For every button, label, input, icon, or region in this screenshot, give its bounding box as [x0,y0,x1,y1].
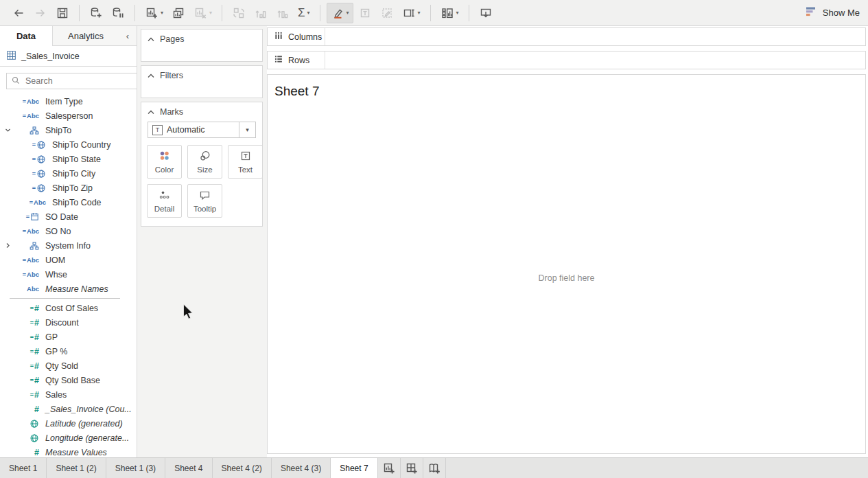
hash-icon: =# [14,390,39,400]
sheet-tab-sheet-4[interactable]: Sheet 4 [165,458,212,478]
pages-card[interactable]: Pages [141,29,263,62]
field-cost-of-sales[interactable]: =#Cost Of Sales [0,301,137,315]
datasource-icon [6,50,16,62]
field-gp[interactable]: =#GP [0,330,137,344]
rows-shelf-label: Rows [268,52,325,69]
toolbar-groups: ▾▾Σ▾▾▾▾ [8,3,496,23]
collapse-filters-icon[interactable] [148,71,154,80]
mark-type-caret-icon[interactable]: ▾ [239,122,255,137]
field-shipto[interactable]: ShipTo [0,123,137,137]
abc-icon: =Abc [14,227,39,235]
sheet-tab-sheet-4-3[interactable]: Sheet 4 (3) [272,458,331,478]
field-gp[interactable]: =#GP % [0,344,137,358]
sheet-tab-sheet-1-2[interactable]: Sheet 1 (2) [47,458,106,478]
field-discount[interactable]: =#Discount [0,315,137,330]
globe-icon [14,419,39,429]
tab-analytics[interactable]: Analytics [52,26,119,46]
sheet-tab-sheet-4-2[interactable]: Sheet 4 (2) [213,458,272,478]
field-qty-sold[interactable]: =#Qty Sold [0,358,137,373]
show-me-button[interactable]: Show Me [805,5,860,20]
presentation-mode-button[interactable] [476,3,496,23]
field-salesperson[interactable]: =AbcSalesperson [0,109,137,123]
rows-shelf-area[interactable] [325,52,865,69]
new-data-source-button[interactable] [86,3,106,23]
field-longitude-generate[interactable]: Longitude (generate... [0,431,137,445]
field-latitude-generated[interactable]: Latitude (generated) [0,416,137,431]
hash-icon: =# [14,376,39,385]
collapse-pages-icon[interactable] [148,34,154,44]
canvas-pane: Columns Rows Sheet 7 Drop field here [267,26,866,457]
save-button[interactable] [52,3,73,23]
globe-icon: = [21,155,46,164]
duplicate-sheet-button[interactable] [168,3,189,23]
toolbar-divider [134,5,135,21]
field-qty-sold-base[interactable]: =#Qty Sold Base [0,373,137,387]
mark-button-label: Tooltip [193,205,216,213]
field-label: _Sales_Invoice (Cou... [45,405,132,414]
field-uom[interactable]: =AbcUOM [0,253,137,267]
field-label: Longitude (generate... [45,433,129,443]
text-mark-button[interactable]: Text [228,145,263,179]
sheet-tab-sheet-1[interactable]: Sheet 1 [0,458,47,478]
field-label: Measure Values [45,448,107,457]
hash-icon: =# [14,318,39,328]
field-sales-invoice-cou[interactable]: #_Sales_Invoice (Cou... [0,402,137,416]
search-box[interactable] [6,73,137,89]
field-whse[interactable]: =AbcWhse [0,267,137,282]
field-measure-values[interactable]: #Measure Values [0,445,137,457]
abc-icon: Abc [14,285,39,293]
dimensions-measures-separator [10,298,120,299]
expander-closed-icon[interactable] [5,242,14,249]
field-label: UOM [45,255,65,265]
sheet-title: Sheet 7 [274,84,320,99]
text-icon [239,150,252,164]
field-system-info[interactable]: System Info [0,238,137,253]
totals-button[interactable]: Σ▾ [294,3,314,23]
columns-shelf[interactable]: Columns [267,27,866,46]
field-measure-names[interactable]: AbcMeasure Names [0,282,137,296]
collapse-marks-icon[interactable] [148,107,154,117]
search-input[interactable] [24,76,137,87]
field-label: ShipTo State [52,155,101,164]
tooltip-mark-button[interactable]: Tooltip [187,184,222,218]
rows-shelf[interactable]: Rows [267,51,866,69]
field-sales[interactable]: =#Sales [0,387,137,402]
show-mark-labels-button [355,3,375,23]
new-worksheet-button[interactable]: ▾ [141,3,167,23]
field-shipto-state[interactable]: =ShipTo State [0,152,137,166]
columns-shelf-area[interactable] [325,28,865,45]
filters-card[interactable]: Filters [141,65,263,98]
fit-button[interactable]: ▾ [399,3,424,23]
mark-type-dropdown[interactable]: T Automatic ▾ [148,122,256,138]
new-story-tab-button[interactable] [423,458,446,478]
new-worksheet-tab-button[interactable] [378,458,401,478]
sheet-tab-sheet-7[interactable]: Sheet 7 [331,458,377,478]
datasource-row[interactable]: _Sales_Invoice [0,46,137,67]
color-mark-button[interactable]: Color [147,145,182,179]
field-shipto-code[interactable]: =AbcShipTo Code [0,195,137,209]
text-mark-icon: T [152,125,163,135]
field-so-date[interactable]: =SO Date [0,209,137,224]
mark-type-value: Automatic [167,125,239,135]
highlight-button[interactable]: ▾ [327,3,353,23]
pause-auto-updates-button[interactable] [108,3,128,23]
new-dashboard-tab-button[interactable] [401,458,423,478]
clear-sheet-button: ▾ [190,3,215,23]
undo-button[interactable] [8,3,29,23]
field-shipto-zip[interactable]: =ShipTo Zip [0,181,137,195]
expander-open-icon[interactable] [5,127,14,133]
field-label: Cost Of Sales [45,304,98,313]
field-shipto-city[interactable]: =ShipTo City [0,166,137,181]
worksheet-canvas[interactable]: Sheet 7 Drop field here [267,74,866,454]
tab-data[interactable]: Data [0,26,52,46]
field-shipto-country[interactable]: =ShipTo Country [0,137,137,152]
hash-icon: # [14,448,39,457]
size-mark-button[interactable]: Size [187,145,222,179]
collapse-pane-icon[interactable]: ‹ [119,26,137,46]
pages-card-title: Pages [160,34,184,44]
detail-mark-button[interactable]: Detail [147,184,182,218]
show-hide-cards-button[interactable]: ▾ [437,3,462,23]
field-so-no[interactable]: =AbcSO No [0,224,137,238]
field-item-type[interactable]: =AbcItem Type [0,94,137,109]
sheet-tab-sheet-1-3[interactable]: Sheet 1 (3) [106,458,165,478]
